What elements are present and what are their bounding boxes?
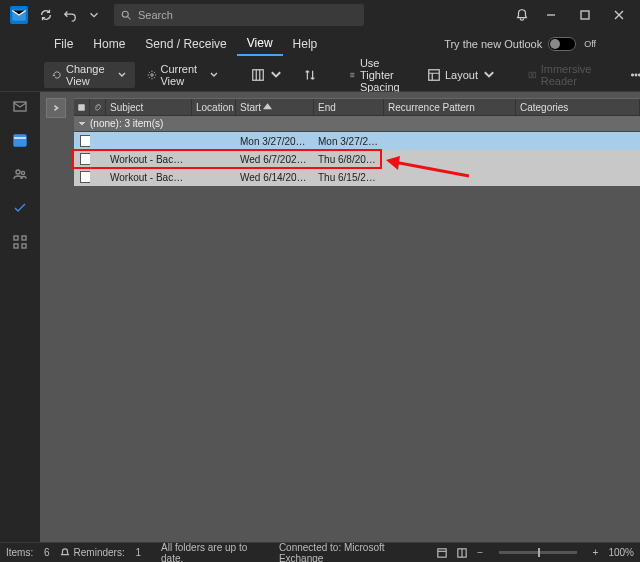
- chevron-down-icon: [209, 68, 219, 82]
- status-bar: Items: 6 Reminders: 1 All folders are up…: [0, 542, 640, 562]
- search-input[interactable]: Search: [114, 4, 364, 26]
- menu-bar: File Home Send / Receive View Help Try t…: [0, 30, 640, 58]
- spacing-icon: [349, 68, 356, 82]
- nav-people-icon[interactable]: [8, 162, 32, 186]
- title-bar: Search: [0, 0, 640, 30]
- menu-file[interactable]: File: [44, 33, 83, 55]
- nav-mail-icon[interactable]: [8, 94, 32, 118]
- zoom-out-button[interactable]: −: [477, 547, 483, 558]
- status-items-count: Items: 6: [6, 547, 50, 558]
- sort-button[interactable]: [295, 62, 325, 88]
- cell-end: Thu 6/8/2023 12:...: [314, 154, 384, 165]
- view-reading-button[interactable]: [457, 548, 467, 558]
- sort-icon: [303, 68, 317, 82]
- columns-icon: [251, 68, 265, 82]
- nav-calendar-icon[interactable]: [8, 128, 32, 152]
- zoom-level: 100%: [608, 547, 634, 558]
- calendar-item-icon: [80, 171, 90, 183]
- change-view-icon: [52, 68, 62, 82]
- chevron-down-icon: [269, 68, 283, 82]
- cell-start: Mon 3/27/2023 8...: [236, 136, 314, 147]
- grid-header-row: Subject Location Start End Recurrence Pa…: [74, 98, 640, 116]
- header-recurrence[interactable]: Recurrence Pattern: [384, 99, 516, 115]
- header-end[interactable]: End: [314, 99, 384, 115]
- content-pane: Subject Location Start End Recurrence Pa…: [40, 92, 640, 542]
- svg-rect-20: [438, 548, 446, 556]
- appointments-grid: Subject Location Start End Recurrence Pa…: [74, 98, 640, 186]
- window-close-button[interactable]: [602, 1, 636, 29]
- try-new-outlook-label: Try the new Outlook: [444, 38, 542, 50]
- chevron-down-icon: [482, 68, 496, 82]
- expand-folder-pane-button[interactable]: [46, 98, 66, 118]
- toggle-state: Off: [584, 39, 596, 49]
- ribbon: Change View Current View Use Tighter Spa…: [0, 58, 640, 92]
- header-location[interactable]: Location: [192, 99, 236, 115]
- svg-point-11: [16, 170, 20, 174]
- status-reminders[interactable]: Reminders: 1: [60, 547, 141, 558]
- change-view-button[interactable]: Change View: [44, 62, 135, 88]
- zoom-slider[interactable]: [499, 551, 577, 554]
- chevron-down-icon: [78, 120, 86, 128]
- cell-end: Thu 6/15/2023 1...: [314, 172, 384, 183]
- group-header[interactable]: (none): 3 item(s): [74, 116, 640, 132]
- cell-start: Wed 6/7/2023 12...: [236, 154, 314, 165]
- immersive-reader-button: Immersive Reader: [520, 62, 605, 88]
- svg-point-3: [150, 73, 152, 75]
- header-start[interactable]: Start: [236, 99, 314, 115]
- ribbon-overflow-button[interactable]: [621, 62, 640, 88]
- notifications-icon[interactable]: [510, 3, 534, 27]
- sort-ascending-icon: [263, 103, 272, 112]
- menu-help[interactable]: Help: [283, 33, 328, 55]
- header-subject[interactable]: Subject: [106, 99, 192, 115]
- nav-tasks-icon[interactable]: [8, 196, 32, 220]
- svg-point-1: [122, 11, 128, 17]
- qat-dropdown-icon[interactable]: [82, 3, 106, 27]
- columns-button[interactable]: [243, 62, 291, 88]
- svg-rect-2: [581, 11, 589, 19]
- current-view-button[interactable]: Current View: [139, 62, 228, 88]
- sync-icon[interactable]: [34, 3, 58, 27]
- zoom-in-button[interactable]: +: [593, 547, 599, 558]
- window-minimize-button[interactable]: [534, 1, 568, 29]
- menu-home[interactable]: Home: [83, 33, 135, 55]
- table-row[interactable]: Mon 3/27/2023 8... Mon 3/27/2023 ...: [74, 132, 640, 150]
- status-connection: Connected to: Microsoft Exchange: [279, 542, 427, 563]
- view-normal-button[interactable]: [437, 548, 447, 558]
- table-row[interactable]: Workout - Back & tri... Wed 6/7/2023 12.…: [74, 150, 640, 168]
- svg-point-12: [21, 171, 24, 174]
- window-maximize-button[interactable]: [568, 1, 602, 29]
- undo-icon[interactable]: [58, 3, 82, 27]
- navigation-rail: [0, 92, 40, 542]
- tighter-spacing-button[interactable]: Use Tighter Spacing: [341, 62, 415, 88]
- cell-end: Mon 3/27/2023 ...: [314, 136, 384, 147]
- svg-rect-16: [22, 244, 26, 248]
- layout-button[interactable]: Layout: [419, 62, 504, 88]
- search-placeholder: Search: [138, 9, 173, 21]
- header-attachment-col[interactable]: [90, 99, 106, 115]
- svg-rect-10: [14, 135, 26, 146]
- gear-icon: [147, 68, 157, 82]
- menu-send-receive[interactable]: Send / Receive: [135, 33, 236, 55]
- header-icon-col[interactable]: [74, 99, 90, 115]
- svg-point-6: [631, 74, 633, 76]
- cell-subject: Workout - Back & tri...: [106, 172, 192, 183]
- book-icon: [528, 68, 537, 82]
- search-icon: [120, 9, 132, 21]
- try-new-outlook-toggle[interactable]: [548, 37, 576, 51]
- header-categories[interactable]: Categories: [516, 99, 640, 115]
- table-row[interactable]: Workout - Back & tri... Wed 6/14/2023 1.…: [74, 168, 640, 186]
- layout-icon: [427, 68, 441, 82]
- bell-icon: [60, 548, 70, 558]
- chevron-down-icon: [117, 68, 127, 82]
- nav-more-icon[interactable]: [8, 230, 32, 254]
- cell-subject: Workout - Back & tri...: [106, 154, 192, 165]
- ellipsis-icon: [629, 68, 640, 82]
- outlook-app-icon: [10, 6, 28, 24]
- menu-view[interactable]: View: [237, 32, 283, 56]
- status-sync: All folders are up to date.: [161, 542, 269, 563]
- svg-rect-5: [429, 69, 440, 80]
- svg-rect-4: [253, 69, 264, 80]
- svg-rect-13: [14, 236, 18, 240]
- svg-rect-17: [79, 104, 85, 110]
- calendar-item-icon: [80, 135, 90, 147]
